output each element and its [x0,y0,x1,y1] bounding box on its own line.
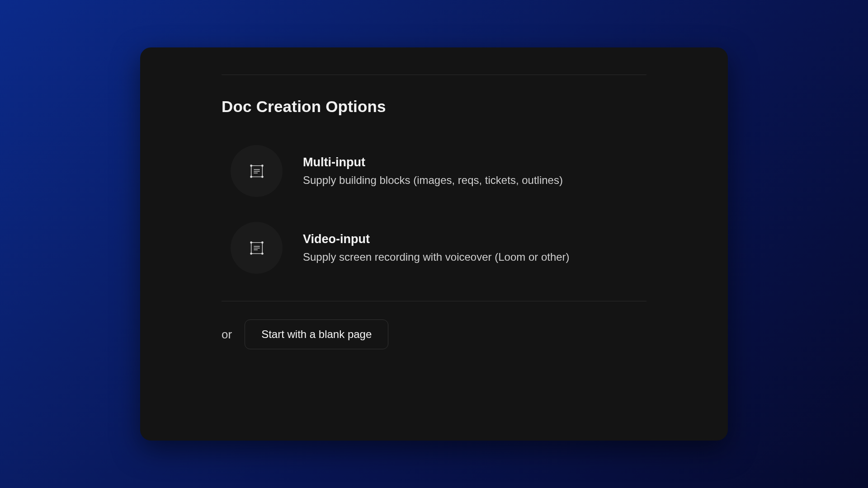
svg-point-10 [261,241,263,244]
option-multi-input[interactable]: Multi-input Supply building blocks (imag… [222,145,646,197]
svg-point-4 [261,175,263,178]
document-frame-icon [248,163,265,180]
document-frame-icon [248,239,265,257]
svg-point-2 [261,164,263,167]
option-text: Multi-input Supply building blocks (imag… [303,155,563,187]
start-blank-button[interactable]: Start with a blank page [245,319,388,349]
option-title: Multi-input [303,155,563,169]
svg-point-9 [250,241,252,244]
doc-creation-panel: Doc Creation Options Mu [140,47,728,441]
page-title: Doc Creation Options [222,98,646,116]
option-text: Video-input Supply screen recording with… [303,232,570,263]
svg-point-11 [250,252,252,254]
option-video-input[interactable]: Video-input Supply screen recording with… [222,222,646,274]
alternative-row: or Start with a blank page [222,319,646,349]
option-icon-container [231,145,283,197]
panel-content: Doc Creation Options Mu [140,47,728,349]
svg-point-12 [261,252,263,254]
or-label: or [222,328,232,342]
options-list: Multi-input Supply building blocks (imag… [222,145,646,274]
divider-mid [222,301,646,301]
svg-point-1 [250,164,252,167]
divider-top [222,75,646,75]
option-description: Supply screen recording with voiceover (… [303,251,570,263]
option-title: Video-input [303,232,570,246]
svg-point-3 [250,175,252,178]
option-description: Supply building blocks (images, reqs, ti… [303,174,563,187]
option-icon-container [231,222,283,274]
